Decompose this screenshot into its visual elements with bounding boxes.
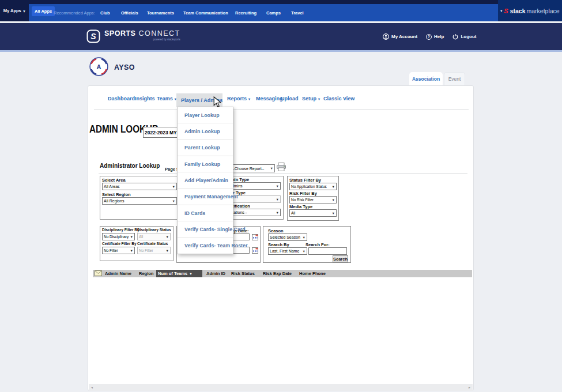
select-caret-icon: ▼ — [332, 185, 335, 189]
search-by-label: Search By — [268, 242, 289, 247]
topbar-link-recruiting[interactable]: Recruiting — [235, 4, 257, 21]
col-region[interactable]: Region — [139, 271, 153, 276]
person-icon — [383, 33, 389, 40]
horizontal-scrollbar[interactable]: ◄ ► — [89, 384, 473, 391]
help-button[interactable]: ? Help — [426, 34, 444, 40]
region-select[interactable]: All Regions▼ — [102, 197, 177, 205]
stack-marketplace-button[interactable]: ▾ S stackmarketplace — [498, 0, 562, 21]
disciplinary-status-label: Disciplinary Status — [137, 228, 171, 232]
area-select[interactable]: All Areas▼ — [102, 183, 177, 190]
col-admin-id[interactable]: Admin ID — [206, 271, 225, 276]
all-apps-button[interactable]: All Apps — [32, 6, 55, 16]
menu-verify-cards-roster[interactable]: Verify Cards- Team Roster — [178, 238, 233, 254]
calendar-icon[interactable] — [252, 247, 258, 254]
season-select[interactable]: Selected Season▼ — [268, 233, 307, 241]
menu-id-cards[interactable]: ID Cards — [178, 205, 233, 221]
col-risk-status[interactable]: Risk Status — [231, 271, 255, 276]
nav-dashboard[interactable]: Dashboard — [108, 96, 135, 101]
topbar-link-camps[interactable]: Camps — [266, 4, 281, 21]
search-by-select[interactable]: Last, First Name▼ — [268, 247, 307, 255]
season-value: Selected Season — [270, 235, 300, 239]
certificate-status-select[interactable]: No Filter▼ — [137, 247, 171, 254]
nav-divider — [94, 109, 469, 110]
region-value: All Regions — [104, 199, 124, 203]
certificate-filter-select[interactable]: No Filter▼ — [102, 247, 135, 254]
nav-upload[interactable]: Upload — [281, 96, 299, 101]
nav-classic-view[interactable]: Classic View — [323, 96, 354, 101]
scroll-right-icon[interactable]: ► — [468, 386, 471, 389]
select-caret-icon: ▼ — [130, 235, 133, 239]
all-apps-label: All Apps — [35, 9, 52, 14]
status-filter-label: Status Filter By — [289, 178, 321, 183]
my-account-button[interactable]: My Account — [383, 33, 417, 40]
nav-reports[interactable]: Reports▾ — [227, 96, 250, 101]
select-caret-icon: ▼ — [166, 235, 169, 239]
my-apps-button[interactable]: My Apps ∨ — [0, 0, 29, 21]
certificate-filter-value: No Filter — [104, 248, 118, 252]
disciplinary-status-select[interactable]: All▼ — [137, 233, 171, 240]
select-caret-icon: ▼ — [172, 185, 175, 189]
nav-teams[interactable]: Teams▾ — [157, 96, 176, 101]
sports-connect-logo[interactable]: S SPORTS CONNECT powered by stacksports — [86, 29, 180, 43]
chevron-down-icon: ▾ — [318, 97, 320, 101]
calendar-icon[interactable] — [252, 233, 258, 240]
ayso-logo: A — [89, 57, 108, 76]
search-for-label: Search For: — [305, 242, 330, 247]
tab-event[interactable]: Event — [444, 72, 465, 85]
topbar-link-team-communication[interactable]: Team Communication — [183, 4, 228, 21]
menu-player-lookup[interactable]: Player Lookup — [178, 107, 233, 123]
section-divider — [99, 174, 467, 174]
topbar-link-travel[interactable]: Travel — [291, 4, 304, 21]
main-panel: Dashboard Insights Teams▾ Players / Admi… — [88, 85, 474, 391]
choose-report-select[interactable]: --Choose Report-- ▼ — [230, 164, 275, 172]
risk-filter-select[interactable]: No Risk Filter▼ — [289, 196, 337, 203]
brand-connect: CONNECT — [138, 29, 180, 37]
topbar-link-club[interactable]: Club — [100, 4, 110, 21]
search-for-input[interactable] — [308, 247, 347, 255]
select-caret-icon: ▼ — [276, 184, 279, 188]
scroll-left-icon[interactable]: ◄ — [90, 386, 93, 389]
media-type-value: All — [291, 211, 295, 215]
media-type-select[interactable]: All▼ — [289, 209, 337, 217]
status-risk-filter-box: Status Filter By No Application Status▼ … — [287, 176, 339, 221]
menu-admin-lookup[interactable]: Admin Lookup — [178, 123, 233, 140]
org-name: AYSO — [114, 63, 135, 71]
col-home-phone[interactable]: Home Phone — [299, 271, 326, 276]
search-button[interactable]: Search — [333, 255, 348, 262]
menu-payment-management[interactable]: Payment Management — [178, 189, 233, 205]
menu-family-lookup[interactable]: Family Lookup — [178, 156, 233, 172]
select-caret-icon: ▼ — [166, 249, 169, 252]
col-num-of-teams-label: Num of Teams — [158, 271, 187, 276]
stack-brand-bold: stack — [510, 7, 526, 14]
svg-text:A: A — [97, 63, 101, 70]
topbar-link-officials[interactable]: Officials — [121, 4, 138, 21]
disciplinary-filter-select[interactable]: No Disciplinary▼ — [102, 233, 135, 240]
nav-setup[interactable]: Setup▾ — [302, 96, 320, 101]
area-value: All Areas — [104, 184, 120, 189]
select-caret-icon: ▼ — [303, 250, 305, 253]
app-switcher-bar: My Apps ∨ All Apps Recommended Apps: Clu… — [0, 0, 562, 21]
stack-sports-icon: S — [504, 7, 508, 14]
menu-verify-cards-single[interactable]: Verify Cards- Single Card — [178, 221, 233, 238]
print-icon[interactable] — [277, 163, 286, 171]
tab-association[interactable]: Association — [409, 72, 443, 85]
col-num-of-teams[interactable]: Num of Teams ▼ — [156, 270, 202, 277]
envelope-icon[interactable] — [95, 270, 102, 276]
help-label: Help — [434, 34, 444, 39]
col-risk-exp-date[interactable]: Risk Exp Date — [263, 271, 292, 276]
menu-parent-lookup[interactable]: Parent Lookup — [178, 140, 233, 156]
results-table-header: Admin Name Region Num of Teams ▼ Admin I… — [93, 270, 472, 277]
status-filter-select[interactable]: No Application Status▼ — [289, 183, 337, 190]
menu-add-player-admin[interactable]: Add Player/Admin — [178, 172, 233, 189]
logout-button[interactable]: Logout — [452, 33, 476, 40]
season-search-box: Season Selected Season▼ Search By Search… — [263, 226, 351, 263]
col-admin-name[interactable]: Admin Name — [105, 271, 131, 276]
nav-players-admins[interactable]: Players / Admins — [176, 93, 222, 107]
topbar-link-tournaments[interactable]: Tournaments — [147, 4, 174, 21]
select-caret-icon: ▼ — [276, 198, 279, 201]
risk-filter-label: Risk Filter By — [289, 191, 317, 196]
search-by-value: Last, First Name — [270, 249, 299, 253]
nav-messaging[interactable]: Messaging — [256, 96, 283, 101]
logout-label: Logout — [461, 34, 476, 39]
nav-insights[interactable]: Insights — [135, 96, 155, 101]
